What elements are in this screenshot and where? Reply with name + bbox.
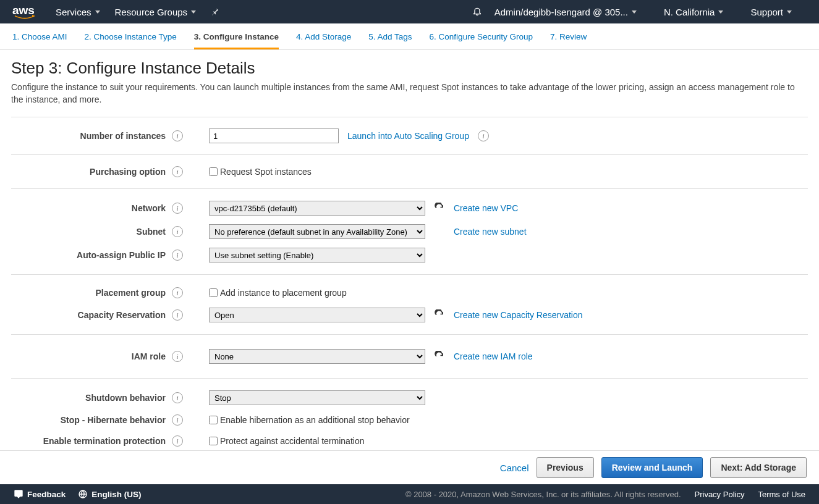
info-icon[interactable]: i bbox=[172, 351, 183, 362]
copyright-text: © 2008 - 2020, Amazon Web Services, Inc.… bbox=[405, 490, 681, 499]
chevron-down-icon bbox=[632, 10, 637, 14]
action-bar: Cancel Previous Review and Launch Next: … bbox=[0, 450, 819, 484]
info-icon[interactable]: i bbox=[172, 414, 183, 426]
aws-logo[interactable]: aws bbox=[12, 4, 37, 20]
number-of-instances-input[interactable] bbox=[209, 128, 339, 143]
info-icon[interactable]: i bbox=[478, 130, 489, 141]
create-subnet-link[interactable]: Create new subnet bbox=[454, 227, 527, 237]
privacy-policy-link[interactable]: Privacy Policy bbox=[695, 490, 745, 499]
feedback-button[interactable]: Feedback bbox=[14, 489, 66, 499]
refresh-icon[interactable] bbox=[434, 203, 445, 214]
account-menu[interactable]: Admin/degibb-Isengard @ 305... bbox=[494, 7, 637, 17]
network-select[interactable]: vpc-d21735b5 (default) bbox=[209, 201, 425, 216]
info-icon[interactable]: i bbox=[172, 203, 183, 214]
request-spot-checkbox[interactable] bbox=[209, 167, 218, 176]
refresh-icon[interactable] bbox=[434, 351, 445, 362]
info-icon[interactable]: i bbox=[172, 287, 183, 298]
pin-icon[interactable] bbox=[211, 7, 219, 16]
label-subnet: Subnet bbox=[137, 227, 166, 237]
services-menu[interactable]: Services bbox=[56, 7, 100, 17]
label-capacity-reservation: Capacity Reservation bbox=[78, 310, 166, 320]
speech-bubble-icon bbox=[14, 489, 23, 499]
review-launch-button[interactable]: Review and Launch bbox=[601, 457, 703, 478]
create-capacity-link[interactable]: Create new Capacity Reservation bbox=[454, 310, 583, 320]
top-nav: aws Services Resource Groups Admin/degib… bbox=[0, 0, 819, 23]
create-vpc-link[interactable]: Create new VPC bbox=[454, 203, 518, 213]
label-shutdown-behavior: Shutdown behavior bbox=[85, 393, 166, 403]
placement-group-label: Add instance to placement group bbox=[220, 288, 347, 298]
placement-group-checkbox[interactable] bbox=[209, 288, 218, 297]
step-choose-ami[interactable]: 1. Choose AMI bbox=[12, 32, 67, 49]
label-termination-protection: Enable termination protection bbox=[43, 436, 166, 446]
region-menu[interactable]: N. California bbox=[664, 7, 724, 17]
cancel-button[interactable]: Cancel bbox=[500, 463, 529, 473]
info-icon[interactable]: i bbox=[172, 309, 183, 321]
label-placement-group: Placement group bbox=[95, 288, 166, 298]
termination-protection-label: Protect against accidental termination bbox=[220, 436, 364, 446]
step-configure-security-group[interactable]: 6. Configure Security Group bbox=[430, 32, 533, 49]
request-spot-label: Request Spot instances bbox=[220, 167, 312, 177]
info-icon[interactable]: i bbox=[172, 166, 183, 177]
info-icon[interactable]: i bbox=[172, 435, 183, 447]
step-add-storage[interactable]: 4. Add Storage bbox=[296, 32, 351, 49]
label-auto-assign-ip: Auto-assign Public IP bbox=[77, 250, 166, 260]
resource-groups-menu[interactable]: Resource Groups bbox=[115, 7, 197, 17]
page-title: Step 3: Configure Instance Details bbox=[11, 59, 808, 78]
info-icon[interactable]: i bbox=[172, 226, 183, 237]
step-configure-instance: 3. Configure Instance bbox=[194, 32, 279, 49]
footer: Feedback English (US) © 2008 - 2020, Ama… bbox=[0, 484, 819, 504]
support-menu[interactable]: Support bbox=[750, 7, 792, 17]
hibernate-checkbox[interactable] bbox=[209, 416, 218, 424]
label-iam-role: IAM role bbox=[132, 351, 166, 361]
capacity-reservation-select[interactable]: Open bbox=[209, 308, 425, 322]
chevron-down-icon bbox=[718, 10, 723, 14]
info-icon[interactable]: i bbox=[172, 392, 183, 403]
step-choose-instance-type[interactable]: 2. Choose Instance Type bbox=[85, 32, 177, 49]
wizard-steps: 1. Choose AMI 2. Choose Instance Type 3.… bbox=[0, 23, 819, 50]
label-purchasing-option: Purchasing option bbox=[90, 167, 166, 177]
chevron-down-icon bbox=[191, 10, 196, 14]
globe-icon bbox=[78, 489, 88, 499]
launch-asg-link[interactable]: Launch into Auto Scaling Group bbox=[347, 131, 469, 141]
refresh-icon[interactable] bbox=[434, 309, 445, 321]
hibernate-label: Enable hibernation as an additional stop… bbox=[220, 415, 410, 425]
subnet-select[interactable]: No preference (default subnet in any Ava… bbox=[209, 224, 425, 239]
auto-assign-ip-select[interactable]: Use subnet setting (Enable) bbox=[209, 248, 425, 262]
notifications-icon[interactable] bbox=[472, 6, 482, 18]
label-number-of-instances: Number of instances bbox=[80, 131, 166, 141]
terms-of-use-link[interactable]: Terms of Use bbox=[758, 490, 805, 499]
chevron-down-icon bbox=[787, 10, 792, 14]
step-add-tags[interactable]: 5. Add Tags bbox=[368, 32, 412, 49]
chevron-down-icon bbox=[95, 10, 100, 14]
termination-protection-checkbox[interactable] bbox=[209, 437, 218, 445]
next-add-storage-button[interactable]: Next: Add Storage bbox=[710, 457, 807, 478]
previous-button[interactable]: Previous bbox=[537, 457, 594, 478]
info-icon[interactable]: i bbox=[172, 250, 183, 261]
language-selector[interactable]: English (US) bbox=[78, 489, 141, 499]
page-description: Configure the instance to suit your requ… bbox=[11, 82, 808, 106]
label-network: Network bbox=[132, 203, 166, 213]
info-icon[interactable]: i bbox=[172, 130, 183, 141]
step-review[interactable]: 7. Review bbox=[550, 32, 587, 49]
iam-role-select[interactable]: None bbox=[209, 349, 425, 364]
label-hibernate: Stop - Hibernate behavior bbox=[61, 415, 166, 425]
shutdown-behavior-select[interactable]: Stop bbox=[209, 390, 425, 405]
create-iam-link[interactable]: Create new IAM role bbox=[454, 351, 533, 361]
